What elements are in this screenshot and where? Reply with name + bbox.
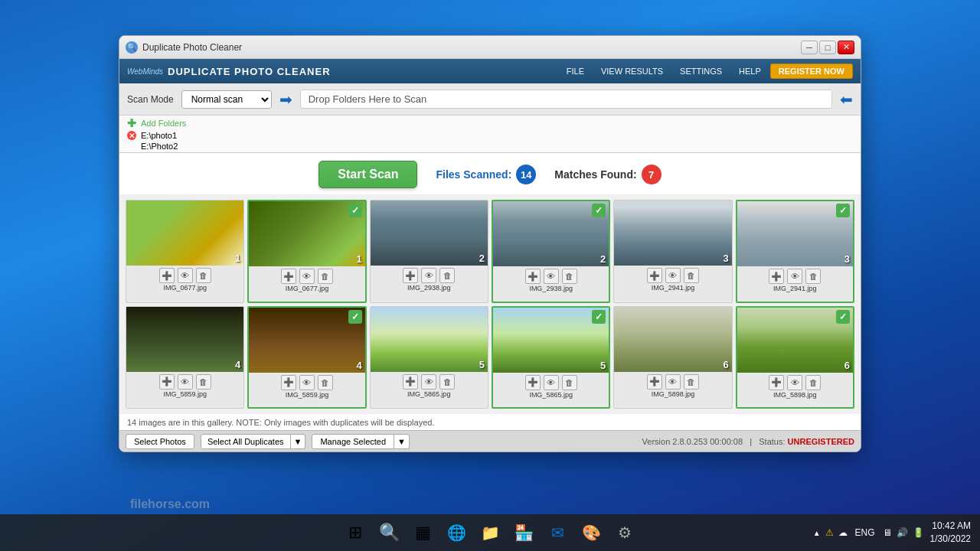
taskbar-edge[interactable]: 🌐: [441, 517, 472, 548]
menu-file[interactable]: FILE: [559, 64, 592, 78]
add-to-selection-button[interactable]: ➕: [769, 375, 784, 390]
image-filename: IMG_5898.jpg: [614, 390, 731, 398]
taskbar-store[interactable]: 🏪: [508, 517, 539, 548]
monitor-icon: 🖥: [883, 527, 892, 538]
delete-button[interactable]: 🗑: [439, 268, 455, 283]
minimize-button[interactable]: ─: [801, 41, 818, 54]
preview-button[interactable]: 👁: [178, 268, 193, 283]
preview-button[interactable]: 👁: [299, 269, 315, 284]
add-to-selection-button[interactable]: ➕: [525, 375, 541, 390]
taskbar-settings[interactable]: ⚙: [609, 517, 640, 548]
language-label: ENG: [855, 527, 875, 538]
taskbar-mail[interactable]: ✉: [542, 517, 573, 548]
files-scanned-badge: 14: [516, 165, 536, 184]
group-number: 3: [723, 253, 728, 264]
delete-button[interactable]: 🗑: [684, 268, 699, 283]
selected-checkmark: ✓: [592, 204, 606, 217]
delete-button[interactable]: 🗑: [196, 268, 211, 283]
image-card[interactable]: 4✓➕👁🗑IMG_5859.jpg: [247, 306, 366, 409]
preview-button[interactable]: 👁: [787, 269, 802, 284]
add-to-selection-button[interactable]: ➕: [159, 268, 175, 283]
add-to-selection-button[interactable]: ➕: [525, 269, 541, 284]
image-card[interactable]: 5✓➕👁🗑IMG_5865.jpg: [492, 306, 610, 409]
close-button[interactable]: ✕: [838, 41, 854, 54]
image-card[interactable]: 3✓➕👁🗑IMG_2941.jpg: [736, 200, 854, 303]
add-folders-label[interactable]: Add Folders: [141, 119, 186, 128]
delete-button[interactable]: 🗑: [196, 374, 211, 390]
taskbar-explorer[interactable]: 📁: [475, 517, 505, 548]
delete-button[interactable]: 🗑: [562, 375, 577, 390]
image-card[interactable]: 3➕👁🗑IMG_2941.jpg: [613, 200, 732, 303]
add-to-selection-button[interactable]: ➕: [403, 374, 418, 390]
preview-button[interactable]: 👁: [665, 374, 681, 390]
arrow-left-icon: ⬅: [840, 90, 853, 109]
remove-folder1-icon[interactable]: ✕: [127, 131, 136, 140]
taskbar: ⊞ 🔍 ▦ 🌐 📁 🏪 ✉ 🎨 ⚙ ▲ ⚠ ☁ ENG 🖥 🔊 🔋 10:42 …: [0, 514, 980, 551]
manage-selected-dropdown[interactable]: ▼: [394, 434, 410, 449]
taskbar-start-button[interactable]: ⊞: [340, 517, 371, 548]
add-to-selection-button[interactable]: ➕: [159, 374, 175, 390]
menu-view-results[interactable]: VIEW RESULTS: [593, 64, 671, 78]
image-card[interactable]: 1➕👁🗑IMG_0677.jpg: [126, 200, 244, 303]
add-to-selection-button[interactable]: ➕: [403, 268, 418, 283]
preview-button[interactable]: 👁: [544, 375, 559, 390]
delete-button[interactable]: 🗑: [439, 374, 455, 390]
select-photos-button[interactable]: Select Photos: [126, 434, 194, 449]
image-card[interactable]: 2✓➕👁🗑IMG_2938.jpg: [492, 200, 610, 303]
delete-button[interactable]: 🗑: [684, 374, 699, 390]
notification-chevron[interactable]: ▲: [813, 529, 821, 537]
speaker-icon: 🔊: [897, 527, 908, 538]
preview-button[interactable]: 👁: [421, 374, 436, 390]
manage-selected-button[interactable]: Manage Selected: [312, 434, 394, 449]
preview-button[interactable]: 👁: [299, 375, 315, 390]
image-card[interactable]: 4➕👁🗑IMG_5859.jpg: [126, 306, 244, 409]
select-all-dropdown[interactable]: ▼: [291, 434, 306, 449]
image-card[interactable]: 6✓➕👁🗑IMG_5898.jpg: [736, 306, 854, 409]
preview-button[interactable]: 👁: [787, 375, 802, 390]
image-card[interactable]: 2➕👁🗑IMG_2938.jpg: [370, 200, 488, 303]
brand: WebMinds DUPLICATE PHOTO CLEANER: [127, 66, 331, 77]
add-to-selection-button[interactable]: ➕: [647, 374, 662, 390]
image-thumbnail: 5: [371, 307, 488, 372]
taskbar-search[interactable]: 🔍: [374, 517, 404, 548]
register-button[interactable]: REGISTER NOW: [770, 64, 853, 79]
menu-help[interactable]: HELP: [731, 64, 769, 78]
version-info: Version 2.8.0.253 00:00:08 | Status: UNR…: [642, 437, 854, 446]
content-area: Start Scan Files Scanned: 14 Matches Fou…: [119, 153, 861, 430]
delete-button[interactable]: 🗑: [805, 375, 821, 390]
image-thumbnail: 3: [614, 201, 731, 266]
image-card[interactable]: 1✓➕👁🗑IMG_0677.jpg: [247, 200, 366, 303]
image-card[interactable]: 5➕👁🗑IMG_5865.jpg: [370, 306, 488, 409]
preview-button[interactable]: 👁: [544, 269, 559, 284]
delete-button[interactable]: 🗑: [318, 375, 333, 390]
selected-checkmark: ✓: [348, 204, 362, 217]
add-to-selection-button[interactable]: ➕: [281, 375, 296, 390]
preview-button[interactable]: 👁: [665, 268, 681, 283]
preview-button[interactable]: 👁: [421, 268, 436, 283]
brand-webminds: WebMinds: [127, 67, 163, 76]
image-card[interactable]: 6➕👁🗑IMG_5898.jpg: [613, 306, 732, 409]
taskbar-clock[interactable]: 10:42 AM 1/30/2022: [930, 520, 971, 546]
image-thumbnail: 2: [371, 201, 488, 266]
delete-button[interactable]: 🗑: [562, 269, 577, 284]
delete-button[interactable]: 🗑: [805, 269, 821, 284]
image-action-buttons: ➕👁🗑: [769, 373, 821, 391]
drop-folders-area[interactable]: Drop Folders Here to Scan: [300, 90, 832, 109]
add-to-selection-button[interactable]: ➕: [647, 268, 662, 283]
start-scan-button[interactable]: Start Scan: [318, 161, 417, 188]
image-action-buttons: ➕👁🗑: [769, 266, 821, 285]
preview-button[interactable]: 👁: [178, 374, 193, 390]
folder2-path: E:\Photo2: [141, 142, 178, 151]
image-filename: IMG_2941.jpg: [614, 284, 731, 292]
folder1-item: ✕ E:\photo1: [127, 131, 853, 140]
taskbar-widgets[interactable]: ▦: [407, 517, 438, 548]
delete-button[interactable]: 🗑: [318, 269, 333, 284]
scan-mode-select[interactable]: Normal scan Quick scan Deep scan: [181, 90, 272, 109]
maximize-button[interactable]: □: [819, 41, 836, 54]
window-controls: ─ □ ✕: [801, 41, 854, 54]
add-to-selection-button[interactable]: ➕: [281, 269, 296, 284]
select-all-duplicates-button[interactable]: Select All Duplicates: [201, 434, 291, 449]
add-to-selection-button[interactable]: ➕: [769, 269, 784, 284]
menu-settings[interactable]: SETTINGS: [672, 64, 730, 78]
taskbar-photos[interactable]: 🎨: [576, 517, 606, 548]
